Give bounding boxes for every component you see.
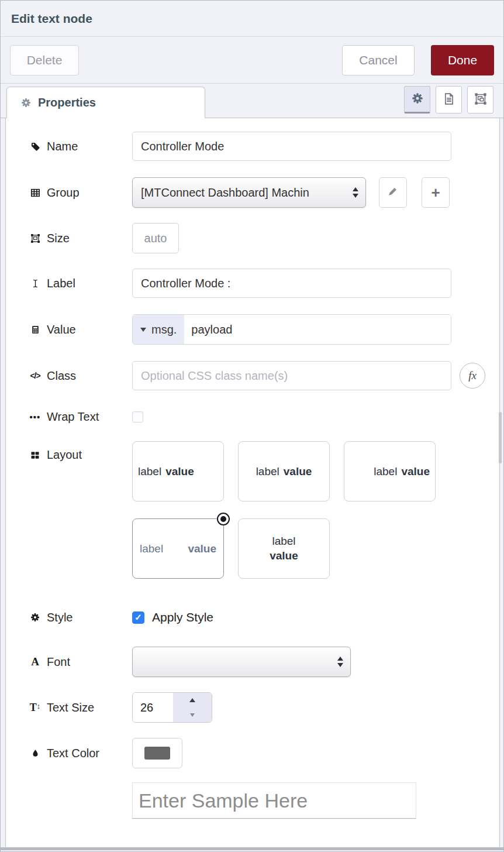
text-size-spinner — [132, 692, 212, 723]
radio-selected-icon — [217, 513, 230, 525]
layout-label: Layout — [47, 448, 82, 462]
layout-option-label: label — [140, 542, 163, 555]
tab-button-description[interactable] — [436, 86, 462, 114]
group-select[interactable]: [MTConnect Dashboard] Machin — [132, 177, 366, 208]
text-size-row: T↕ Text Size — [29, 692, 499, 723]
group-select-value: [MTConnect Dashboard] Machin — [141, 186, 309, 200]
class-label-group: </> Class — [29, 369, 132, 383]
name-input[interactable] — [132, 132, 451, 161]
font-icon: A — [29, 655, 41, 668]
apply-style-checkbox[interactable] — [132, 611, 144, 624]
value-input[interactable] — [184, 315, 451, 344]
layout-option[interactable]: label value — [238, 441, 330, 501]
spinner-up-button[interactable] — [173, 693, 212, 707]
calculator-icon — [29, 325, 41, 335]
text-color-label: Text Color — [47, 747, 99, 760]
layout-option-label: label — [256, 465, 279, 478]
text-color-row: Text Color — [29, 738, 499, 768]
layout-option-label: label — [374, 465, 397, 478]
class-input[interactable] — [132, 361, 451, 390]
layout-option-value: value — [401, 465, 430, 478]
value-label-group: Value — [29, 323, 132, 336]
value-row: Value msg. — [29, 314, 499, 345]
dialog-title: Edit text node — [11, 12, 92, 26]
layout-options: label value label value label value — [132, 441, 436, 579]
edit-group-button[interactable] — [379, 177, 407, 208]
text-height-icon: T↕ — [29, 702, 41, 714]
gear-icon — [20, 98, 32, 108]
layout-option[interactable]: label value — [238, 518, 330, 579]
size-label: Size — [47, 232, 70, 245]
arrow-up-icon — [189, 698, 195, 702]
layout-option[interactable]: label value — [344, 441, 436, 501]
class-row: </> Class fx — [29, 361, 499, 390]
tab-button-appearance[interactable] — [467, 86, 493, 114]
font-select[interactable] — [132, 647, 351, 677]
text-size-input[interactable] — [133, 693, 173, 722]
spinner-down-button[interactable] — [173, 707, 212, 722]
table-icon — [29, 188, 41, 198]
document-icon — [443, 92, 455, 108]
done-button[interactable]: Done — [431, 45, 494, 75]
spinner-buttons — [173, 693, 212, 722]
object-group-icon — [29, 233, 41, 243]
style-row: Style Apply Style — [29, 610, 499, 624]
tint-droplet-icon — [29, 748, 41, 758]
tab-properties[interactable]: Properties — [6, 87, 205, 118]
pencil-icon — [388, 186, 398, 199]
code-icon: </> — [29, 371, 41, 380]
delete-button[interactable]: Delete — [10, 45, 79, 75]
layout-option-value: value — [284, 465, 312, 478]
font-label: Font — [47, 655, 70, 669]
tag-icon — [29, 142, 41, 152]
layout-option-value: value — [270, 549, 298, 562]
label-input[interactable] — [132, 269, 451, 298]
apply-style-label: Apply Style — [152, 610, 213, 624]
properties-form: Name Group [MTConnect Dashboard] Machin — [5, 118, 500, 847]
group-label-group: Group — [29, 186, 132, 200]
sample-row — [132, 782, 499, 819]
tab-button-properties[interactable] — [404, 86, 430, 114]
wrap-text-checkbox[interactable] — [132, 411, 143, 422]
ibeam-cursor-icon — [29, 279, 41, 288]
tray-resize-bar[interactable] — [1, 847, 503, 850]
vertical-scrollbar[interactable] — [499, 412, 502, 463]
name-label: Name — [47, 140, 78, 153]
object-group-icon — [474, 92, 487, 108]
tab-icon-buttons — [404, 86, 493, 114]
text-color-button[interactable] — [132, 738, 182, 768]
layout-row: Layout label value label value label — [29, 441, 499, 579]
layout-option[interactable]: label value — [132, 441, 224, 501]
style-label-group: Style — [29, 611, 132, 624]
layout-option-label: label — [138, 465, 161, 478]
label-row: Label — [29, 269, 499, 298]
value-typed-input: msg. — [132, 314, 451, 345]
style-label: Style — [47, 611, 73, 624]
tab-properties-label: Properties — [38, 96, 96, 109]
msg-type-selector[interactable]: msg. — [133, 315, 184, 344]
add-group-button[interactable]: + — [422, 177, 450, 208]
wrap-label-group: ••• Wrap Text — [29, 410, 132, 424]
wrap-text-row: ••• Wrap Text — [29, 410, 499, 424]
select-arrows-icon — [353, 187, 358, 198]
layout-option[interactable]: label value — [132, 518, 224, 579]
layout-option-value: value — [188, 542, 216, 555]
font-row: A Font — [29, 647, 499, 677]
text-size-label-group: T↕ Text Size — [29, 701, 132, 714]
size-auto-button[interactable]: auto — [132, 223, 179, 253]
layout-option-value: value — [165, 465, 194, 478]
grid-icon — [29, 451, 41, 460]
text-color-label-group: Text Color — [29, 747, 132, 760]
name-row: Name — [29, 132, 499, 161]
sample-input[interactable] — [132, 782, 416, 819]
name-label-group: Name — [29, 140, 132, 153]
layout-option-label: label — [272, 535, 295, 548]
dialog-toolbar: Delete Cancel Done — [1, 37, 503, 84]
cancel-button[interactable]: Cancel — [342, 45, 415, 75]
group-label: Group — [47, 186, 80, 200]
caret-down-icon — [140, 328, 146, 332]
gear-icon — [29, 613, 41, 622]
wrap-text-label: Wrap Text — [47, 410, 99, 424]
select-arrows-icon — [337, 657, 343, 667]
layout-label-group: Layout — [29, 441, 132, 462]
